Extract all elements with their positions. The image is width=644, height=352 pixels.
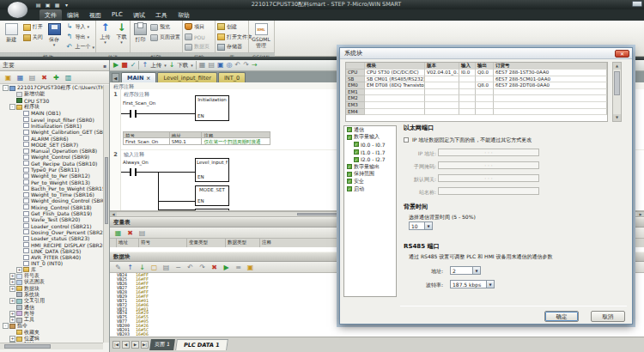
new-button[interactable]: 新建 <box>2 22 21 52</box>
expander-icon[interactable]: - <box>9 104 15 110</box>
tree-item[interactable]: Mixing_Control (SBR18) <box>0 204 103 210</box>
network-comment[interactable]: 输入注释 <box>124 151 144 159</box>
toolbar-icon[interactable]: ▶ <box>222 263 231 272</box>
toolbar-icon[interactable]: ▥ <box>64 73 73 82</box>
tab-close-icon[interactable]: × <box>146 75 150 81</box>
upload-button[interactable]: ↑ 上传▾ <box>98 22 112 52</box>
module-row[interactable]: CPU CPU ST30 (DC/DC/DC) V02.04.01_0... I… <box>346 70 607 76</box>
expander-icon[interactable]: + <box>9 336 15 342</box>
library-create-button[interactable]: 创建 <box>217 22 252 32</box>
tree-item[interactable]: Weight_Control (SBR9) <box>0 154 103 160</box>
toolbar-icon[interactable]: − <box>173 263 183 272</box>
tree-item[interactable]: CPU ST30 <box>0 98 103 104</box>
first-page-icon[interactable]: |◀ <box>112 341 120 349</box>
tree-hscrollbar[interactable] <box>0 343 103 349</box>
tree-item[interactable]: + 库 <box>0 267 103 273</box>
previous-button[interactable]: ↶上一个▾ <box>65 42 94 52</box>
library-open-folder-button[interactable]: 打开文件夹 <box>217 33 252 42</box>
dialog-nav-item[interactable]: I1.0 - I1.7 <box>344 149 396 156</box>
prev-page-icon[interactable]: ◀ <box>122 341 130 349</box>
toolbar-icon[interactable]: ■ <box>121 60 128 70</box>
tree-item[interactable]: AVR_FITER (SBR40) <box>0 254 103 260</box>
expander-icon[interactable]: + <box>9 279 15 285</box>
upload-icon[interactable]: ↑ <box>142 60 148 70</box>
tree-item[interactable]: Weight_to_Per (SBR12) <box>0 173 103 179</box>
ribbon-tab[interactable]: 调试 <box>128 9 150 21</box>
tree-item[interactable]: + 工具 <box>0 317 103 323</box>
toolbar-icon[interactable]: ▤ <box>161 263 171 272</box>
dialog-nav-item[interactable]: 数字量输出 <box>344 163 396 171</box>
tree-item[interactable]: Per_to_Weight (SBR13) <box>0 179 103 185</box>
expander-icon[interactable]: + <box>9 317 15 323</box>
tree-item[interactable]: + 向导 <box>0 311 103 317</box>
download-button[interactable]: ↓ 下载▾ <box>114 22 129 52</box>
toolbar-icon[interactable]: ▣ <box>246 263 255 272</box>
toolbar-icon[interactable]: ↶ <box>185 263 195 272</box>
module-row[interactable]: EM2 <box>346 95 607 102</box>
dialog-close-icon[interactable]: ✕ <box>615 50 629 58</box>
module-row[interactable]: SB SB CM01 (RS485/RS232) 6ES7 288-5CM01-… <box>346 76 607 83</box>
export-button[interactable]: ↰导出▾ <box>65 33 94 42</box>
tree-item[interactable]: Level_input_filter (SBR0) <box>0 116 103 122</box>
toolbar-icon[interactable]: ▤ <box>208 60 215 70</box>
ribbon-tab[interactable]: 编辑 <box>62 9 84 21</box>
toolbar-icon[interactable]: ▤ <box>27 73 37 82</box>
toolbar-icon[interactable]: ▶ <box>113 60 118 70</box>
module-row[interactable]: EM0 EM DT08 (8DQ Transistor) Q8.0 6ES7 2… <box>346 82 607 89</box>
expander-icon[interactable]: + <box>9 273 15 279</box>
dialog-title-bar[interactable]: 系统块 <box>340 48 632 59</box>
toolbar-icon[interactable]: ↷ <box>243 60 249 70</box>
instruction-box[interactable]: MODE_SET EN <box>195 185 229 206</box>
print-button[interactable]: 打印 <box>132 22 149 52</box>
expander-icon[interactable]: + <box>9 311 15 317</box>
page-setup-button[interactable]: 页面设置 <box>150 33 180 42</box>
tree-item[interactable]: - 程序块 <box>0 104 103 110</box>
tree-item[interactable]: Manual_Operation (SBR8) <box>0 148 103 154</box>
tree-item[interactable]: INT_0 (INT0) <box>0 260 103 266</box>
toolbar-icon[interactable]: ▦ <box>113 228 123 238</box>
toolbar-icon[interactable]: ▤ <box>137 228 147 238</box>
editor-tab[interactable]: Level_input_filter <box>157 72 217 82</box>
close-button[interactable]: 关闭 <box>23 33 43 42</box>
dialog-nav-item[interactable]: 通信 <box>344 126 396 134</box>
tree-item[interactable]: Loader_status (SBR23) <box>0 235 103 241</box>
last-page-icon[interactable]: ▶| <box>141 341 149 349</box>
tree-item[interactable]: Dosing_Over_Percent (SBR22) <box>0 229 103 235</box>
tree-item[interactable]: Weight_dosing_Control (SBR17) <box>0 197 103 203</box>
tree-item[interactable]: Loader_control (SBR21) <box>0 223 103 229</box>
toolbar-icon[interactable]: ✓ <box>131 60 137 70</box>
tree-item[interactable]: Get_Flish_Data (SBR19) <box>0 210 103 216</box>
contact-symbol[interactable] <box>130 168 131 176</box>
toolbar-icon[interactable]: ↷ <box>197 263 207 272</box>
dialog-nav-item[interactable]: 安全 <box>344 178 396 185</box>
tree-item[interactable]: LINK_DATA (SBR25) <box>0 248 103 254</box>
toolbar-icon[interactable]: → <box>252 60 258 70</box>
tree-vscrollbar[interactable] <box>103 85 109 343</box>
upload-button[interactable]: 上传 <box>150 62 161 70</box>
ip-fixed-checkbox[interactable] <box>404 137 409 143</box>
toolbar-icon[interactable]: ▣ <box>3 73 13 82</box>
expander-icon[interactable]: + <box>9 298 15 304</box>
app-orb-button[interactable] <box>7 1 28 19</box>
tree-item[interactable]: - 指令 <box>0 323 103 329</box>
tree-item[interactable]: 收藏夹 <box>0 330 103 336</box>
dialog-nav-item[interactable]: 启动 <box>344 185 396 193</box>
qat-icon[interactable]: ▣ <box>44 1 52 9</box>
toolbar-icon[interactable]: ▦ <box>15 73 25 82</box>
tree-item[interactable]: Vavle_Test (SBR20) <box>0 216 103 222</box>
toolbar-icon[interactable]: ◎ <box>227 60 233 70</box>
tab-scroll-left-icon[interactable]: ◀ <box>112 73 119 82</box>
rs485-address-select[interactable]: 2▼ <box>450 266 481 275</box>
tree-item[interactable]: MODE_SET (SBR7) <box>0 142 103 148</box>
network-comment[interactable]: 程序段注释 <box>124 91 149 99</box>
dialog-nav-item[interactable]: 保持范围 <box>344 171 396 179</box>
module-row[interactable]: EM4 <box>346 109 607 116</box>
toolbar-icon[interactable]: ≡ <box>234 263 243 272</box>
rs485-baud-select[interactable]: 187.5 kbps▼ <box>450 280 495 288</box>
download-icon[interactable]: ↓ <box>169 60 175 70</box>
ribbon-tab[interactable]: 视图 <box>84 9 106 21</box>
instruction-box[interactable]: Level_input_f EN <box>195 158 229 182</box>
dialog-nav-item[interactable]: 数字量输入 <box>344 134 396 142</box>
qat-icon[interactable]: ▦ <box>53 1 61 9</box>
tree-item[interactable]: + 状态图表 <box>0 279 103 285</box>
